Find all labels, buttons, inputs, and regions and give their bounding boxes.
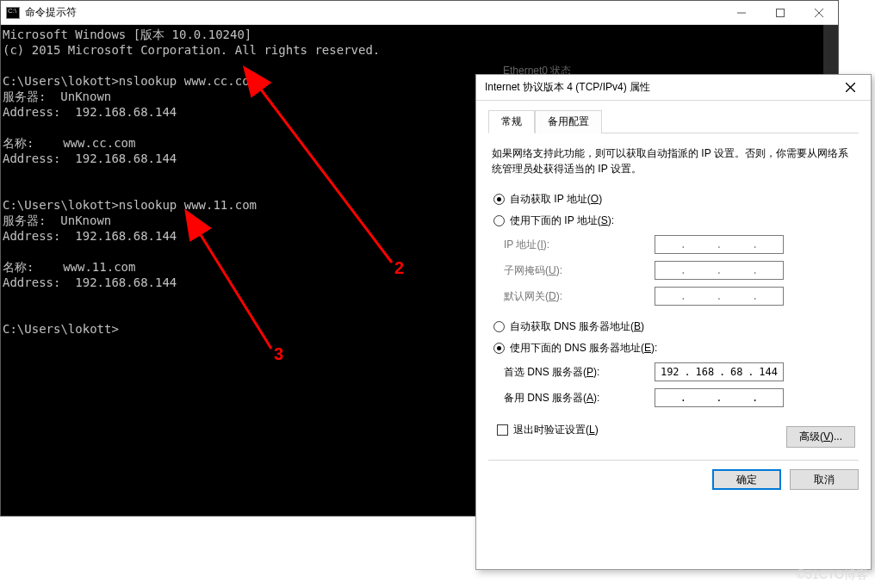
cmd-line: C:\Users\lokott>nslookup www.11.com (3, 198, 257, 212)
cmd-line: Address: 192.168.68.144 (3, 152, 177, 165)
radio-auto-ip[interactable]: 自动获取 IP 地址(O) (493, 192, 859, 207)
radio-manual-ip[interactable]: 使用下面的 IP 地址(S): (493, 214, 859, 228)
radio-label: 使用下面的 DNS 服务器地址(E): (510, 341, 657, 356)
radio-label: 自动获取 DNS 服务器地址(B) (510, 319, 644, 334)
cmd-line: 服务器: UnKnown (3, 214, 111, 227)
radio-auto-dns[interactable]: 自动获取 DNS 服务器地址(B) (493, 319, 859, 334)
advanced-button[interactable]: 高级(V)... (786, 426, 855, 448)
tab-general[interactable]: 常规 (488, 110, 535, 133)
radio-label: 使用下面的 IP 地址(S): (510, 214, 614, 228)
info-text: 如果网络支持此功能，则可以获取自动指派的 IP 设置。否则，你需要从网络系统管理… (492, 145, 855, 176)
checkbox-label: 退出时验证设置(L) (513, 423, 599, 437)
radio-icon (493, 321, 505, 332)
ok-button[interactable]: 确定 (712, 469, 781, 490)
svg-rect-1 (776, 9, 784, 16)
input-preferred-dns[interactable]: 192. 168. 68. 144 (655, 362, 784, 381)
cmd-line: Address: 192.168.68.144 (3, 229, 177, 243)
radio-icon (493, 194, 505, 205)
cmd-line: C:\Users\lokott>nslookup www.cc.com (3, 74, 257, 88)
label-alternate-dns: 备用 DNS 服务器(A): (504, 391, 655, 405)
cmd-line: Address: 192.168.68.144 (3, 105, 177, 119)
cmd-line: Address: 192.168.68.144 (3, 275, 177, 289)
label-gateway: 默认网关(D): (504, 289, 655, 304)
checkbox-icon (497, 424, 508, 436)
cmd-line: Microsoft Windows [版本 10.0.10240] (3, 28, 251, 41)
label-preferred-dns: 首选 DNS 服务器(P): (504, 365, 655, 380)
cmd-line: (c) 2015 Microsoft Corporation. All righ… (3, 43, 380, 57)
cmd-icon: C:\ (6, 7, 20, 19)
maximize-button[interactable] (760, 1, 799, 25)
dialog-title: Internet 协议版本 4 (TCP/IPv4) 属性 (485, 80, 831, 95)
cmd-line: C:\Users\lokott> (3, 322, 119, 336)
dialog-titlebar[interactable]: Internet 协议版本 4 (TCP/IPv4) 属性 (476, 75, 871, 101)
tab-alternate[interactable]: 备用配置 (535, 110, 602, 133)
ipv4-properties-dialog: Internet 协议版本 4 (TCP/IPv4) 属性 常规 备用配置 如果… (475, 74, 872, 570)
cancel-button[interactable]: 取消 (790, 469, 859, 490)
label-subnet: 子网掩码(U): (504, 263, 655, 278)
close-button[interactable] (799, 1, 838, 25)
watermark: ©51CTO博客 (797, 567, 868, 583)
input-default-gateway: ... (655, 287, 784, 306)
cmd-line: 名称: www.cc.com (3, 136, 135, 150)
input-ip-address: ... (655, 235, 784, 254)
minimize-button[interactable] (722, 1, 760, 25)
radio-icon (493, 343, 505, 354)
dialog-tabstrip: 常规 备用配置 (488, 109, 859, 133)
annotation-label-3: 3 (274, 344, 283, 364)
cmd-titlebar[interactable]: C:\ 命令提示符 (1, 1, 838, 25)
radio-label: 自动获取 IP 地址(O) (510, 192, 602, 207)
cmd-title: 命令提示符 (25, 5, 722, 20)
annotation-label-2: 2 (394, 258, 404, 278)
dialog-close-button[interactable] (831, 75, 869, 101)
checkbox-validate-on-exit[interactable]: 退出时验证设置(L) (497, 423, 599, 437)
radio-icon (493, 215, 505, 226)
input-subnet-mask: ... (655, 261, 784, 280)
input-alternate-dns[interactable]: . . . (655, 388, 784, 407)
label-ip: IP 地址(I): (504, 238, 655, 252)
cmd-line: 名称: www.11.com (3, 260, 135, 274)
radio-manual-dns[interactable]: 使用下面的 DNS 服务器地址(E): (493, 341, 859, 356)
cmd-line: 服务器: UnKnown (3, 90, 111, 103)
